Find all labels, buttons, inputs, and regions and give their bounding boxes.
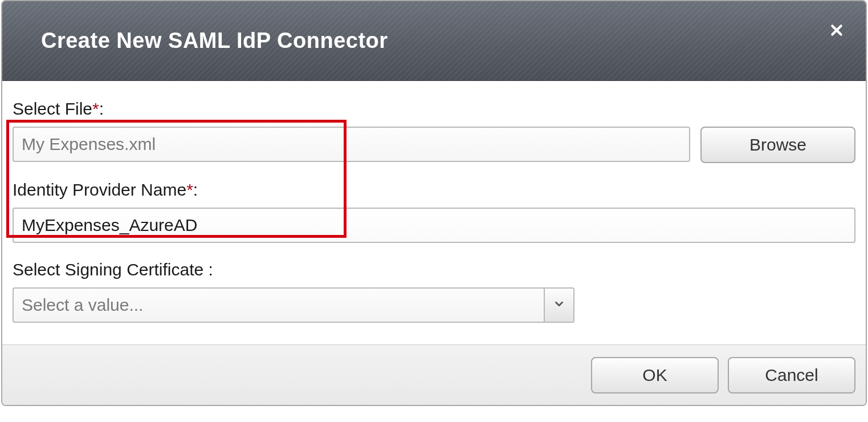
dialog-create-saml-idp-connector: Create New SAML IdP Connector Select Fil… — [1, 0, 867, 406]
required-asterisk: * — [186, 180, 193, 199]
select-file-label-text: Select File — [13, 99, 92, 118]
dialog-title: Create New SAML IdP Connector — [41, 29, 388, 53]
dialog-header: Create New SAML IdP Connector — [2, 1, 866, 81]
close-icon — [829, 23, 844, 40]
dialog-body: Select File*: Browse Identity Provider N… — [2, 81, 866, 344]
idp-name-label-text: Identity Provider Name — [13, 180, 186, 199]
idp-name-input[interactable] — [13, 208, 855, 243]
browse-button[interactable]: Browse — [700, 127, 855, 163]
select-file-label: Select File*: — [13, 99, 855, 119]
select-file-row: Browse — [13, 127, 855, 163]
signing-cert-caret[interactable] — [544, 289, 573, 322]
close-button[interactable] — [828, 23, 845, 40]
ok-button[interactable]: OK — [591, 357, 719, 393]
idp-name-label: Identity Provider Name*: — [13, 180, 855, 200]
cancel-button[interactable]: Cancel — [728, 357, 855, 393]
signing-cert-select[interactable]: Select a value... — [13, 287, 574, 323]
chevron-down-icon — [553, 298, 565, 313]
signing-cert-label: Select Signing Certificate : — [13, 260, 855, 279]
signing-cert-value: Select a value... — [14, 289, 544, 322]
field-signing-certificate: Select Signing Certificate : Select a va… — [13, 260, 855, 323]
field-idp-name: Identity Provider Name*: — [13, 180, 855, 243]
required-asterisk: * — [92, 99, 99, 118]
select-file-input[interactable] — [13, 127, 690, 162]
dialog-footer: OK Cancel — [2, 344, 866, 405]
field-select-file: Select File*: Browse — [13, 99, 855, 163]
